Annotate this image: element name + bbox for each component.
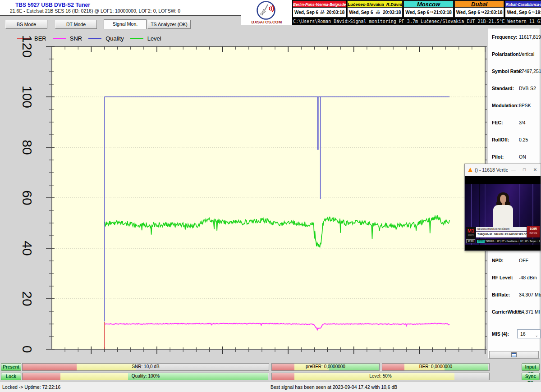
mis-value: 16 bbox=[520, 331, 526, 337]
tab-dt-mode[interactable]: DT Mode bbox=[55, 20, 97, 29]
param-label: BitRate: bbox=[492, 292, 510, 297]
y-tick-label: 0 bbox=[20, 335, 34, 364]
world-clocks: Berlin-Paris-Vienna-BelgradeWed, Sep 6+1… bbox=[292, 0, 541, 18]
clock-city: Rabat-Casablanca-London bbox=[505, 0, 541, 8]
y-tick-label: 120 bbox=[20, 32, 34, 61]
clock-utc-offset: +1DST bbox=[376, 10, 380, 14]
param2-row-0: NPD:OFF bbox=[492, 258, 539, 264]
param-label: Frequency: bbox=[492, 34, 518, 40]
clock-city: Berlin-Paris-Vienna-Belgrade bbox=[293, 0, 346, 8]
clock-time-row: Wed, Sep 6+321:03:18 bbox=[403, 8, 454, 18]
param-value: 8PSK bbox=[519, 103, 531, 108]
dxsatcs-logo: DXSATCS.COM bbox=[241, 0, 292, 25]
param-value: -48 dBm bbox=[519, 275, 537, 280]
input-ts-indicator: Input TS bbox=[522, 363, 540, 371]
news-headline: TURQUIE-UE : BRUXELLES IMPOSE SES CONDIT… bbox=[476, 232, 527, 237]
console-command-line: C:\Users\Roman Dávid>Signal monitoring_P… bbox=[292, 18, 541, 25]
clock-date: Wed, Sep 6 bbox=[456, 10, 480, 15]
clock-time-row: Wed, Sep 6+1DST20:03:18 bbox=[347, 8, 403, 18]
clock-utc-offset: +1 bbox=[532, 11, 535, 14]
vlc-video-area: M1 MEDI1TV NÉGOCIATIONS D'ADHÉSION TURQU… bbox=[465, 176, 541, 251]
param-row-2: Symbol Rate:27497,251 KS/s bbox=[492, 68, 539, 75]
bar-label: BER: 0,0000000 bbox=[382, 364, 489, 369]
bar-label: Quality: 100% bbox=[23, 374, 269, 378]
param-value: DVB-S2 bbox=[519, 86, 536, 91]
signal-history-chart: BER SNR Quality Level 020406080100120 bbox=[0, 32, 487, 360]
soir-infos-badge: SOIR INFOS bbox=[527, 226, 540, 237]
clock-1: Lučenec-Slovakia_R.DávidWed, Sep 6+1DST2… bbox=[347, 0, 403, 18]
param-value: 34,371 MHz bbox=[519, 309, 541, 315]
clock-time-row: Wed, Sep 6+422:03:18 bbox=[454, 8, 504, 18]
param-value: 3/4 bbox=[519, 120, 526, 125]
param-label: Pilot: bbox=[492, 154, 504, 160]
minimize-button[interactable]: — bbox=[508, 164, 519, 176]
satellite-subtitle: 21.6E - Eutelsat 21B SES 16 (ID: 0216) @… bbox=[10, 8, 180, 14]
tab-ts-analyzer[interactable]: TS Analyzer (OK) bbox=[147, 20, 191, 29]
vlc-cone-icon bbox=[468, 168, 472, 172]
clock-utc-offset: +3 bbox=[430, 11, 433, 14]
bar-label: Level: 50% bbox=[272, 374, 489, 378]
tab-signal-mon[interactable]: Signal Mon. bbox=[104, 19, 147, 29]
lock-uptime-status: Locked -> Uptime: 72:22:16 bbox=[2, 384, 60, 390]
status-bar: Locked -> Uptime: 72:22:16 Best signal h… bbox=[0, 382, 541, 392]
present-indicator: Present bbox=[1, 363, 21, 371]
param-value: 27497,251 KS/s bbox=[519, 68, 541, 74]
param-label: NPD: bbox=[492, 258, 504, 263]
preber-bar: preBER: 0,0000000 bbox=[271, 363, 380, 371]
clock-date: Wed, Sep 6 bbox=[405, 10, 429, 15]
param-label: CarrierWidth: bbox=[492, 309, 522, 315]
vlc-window-title: () - 11618 Vertical ... bbox=[475, 167, 508, 173]
lock-indicator: Lock bbox=[1, 373, 21, 380]
param-row-1: Polarization:Vertical bbox=[492, 51, 539, 58]
header-divider bbox=[0, 15, 241, 16]
clock-time: 22:03:18 bbox=[484, 10, 502, 15]
ber-bar: BER: 0,0000000 bbox=[382, 363, 490, 371]
clock-utc-offset: +4 bbox=[481, 11, 484, 14]
clock-utc-offset: +1DST bbox=[321, 10, 325, 14]
mis-dropdown[interactable]: 16 ⌄ bbox=[517, 329, 541, 338]
param-label: Polarization: bbox=[492, 51, 520, 57]
close-button[interactable]: ✕ bbox=[530, 164, 541, 176]
news-ticker: MÉTÉO TÉMARA ☾ 18° | 27° • Casablanca ☾ … bbox=[476, 239, 540, 243]
bar-label: preBER: 0,0000000 bbox=[272, 364, 379, 369]
best-signal-status: Best signal has been seen at 2023-09-04 … bbox=[270, 384, 397, 390]
clock-2: MoscowWed, Sep 6+321:03:18 bbox=[403, 0, 454, 18]
level-bar: Level: 50% bbox=[271, 373, 490, 380]
clock-time-row: Wed, Sep 6+119:03:18 bbox=[505, 8, 541, 18]
param-row-7: Pilot:ON bbox=[492, 154, 539, 160]
logo-text: DXSATCS.COM bbox=[241, 20, 292, 24]
clock-city: Moscow bbox=[403, 0, 454, 8]
sync-ts-indicator: Sync TS bbox=[522, 373, 540, 380]
clock-date: Wed, Sep 6 bbox=[294, 10, 318, 15]
mis-row: MIS (4): 16 ⌄ bbox=[492, 329, 539, 338]
y-tick-label: 60 bbox=[20, 183, 34, 212]
quality-bar: Quality: 100% bbox=[22, 373, 269, 380]
clock-time: 21:03:18 bbox=[434, 10, 452, 15]
y-tick-label: 80 bbox=[20, 133, 34, 162]
tab-bs-mode[interactable]: BS Mode bbox=[5, 20, 47, 29]
clock-time-row: Wed, Sep 6+1DST20:03:18 bbox=[293, 8, 346, 18]
news-kicker: NÉGOCIATIONS D'ADHÉSION bbox=[476, 227, 527, 231]
param-value: OFF bbox=[519, 258, 528, 263]
capture-settings-button[interactable] bbox=[489, 351, 539, 359]
maximize-button[interactable]: □ bbox=[519, 164, 530, 176]
y-tick-label: 20 bbox=[20, 284, 34, 313]
satellite-dish-icon bbox=[257, 1, 275, 20]
param-label: Modulation: bbox=[492, 103, 518, 108]
header: TBS 5927 USB DVB-S2 Tuner 21.6E - Eutels… bbox=[0, 0, 241, 15]
vlc-player-window[interactable]: () - 11618 Vertical ... — □ ✕ M1 bbox=[464, 164, 541, 251]
param-row-0: Frequency:11617,819 MHz bbox=[492, 34, 539, 41]
clock-city: Dubai bbox=[454, 0, 504, 8]
param-label: RollOff: bbox=[492, 137, 509, 142]
clock-0: Berlin-Paris-Vienna-BelgradeWed, Sep 6+1… bbox=[293, 0, 346, 18]
chevron-down-icon: ⌄ bbox=[535, 331, 538, 339]
channel-logo: M1 MEDI1TV bbox=[466, 227, 476, 239]
param-row-5: FEC:3/4 bbox=[492, 120, 539, 126]
clock-city: Lučenec-Slovakia_R.Dávid bbox=[347, 0, 403, 8]
vlc-titlebar[interactable]: () - 11618 Vertical ... — □ ✕ bbox=[465, 164, 541, 176]
param-row-3: Standard:DVB-S2 bbox=[492, 86, 539, 92]
param-value: Vertical bbox=[519, 51, 534, 57]
param-value: 11617,819 MHz bbox=[519, 34, 541, 40]
param-value: ON bbox=[519, 154, 526, 160]
bar-label: SNR: 10,0 dB bbox=[23, 364, 269, 369]
